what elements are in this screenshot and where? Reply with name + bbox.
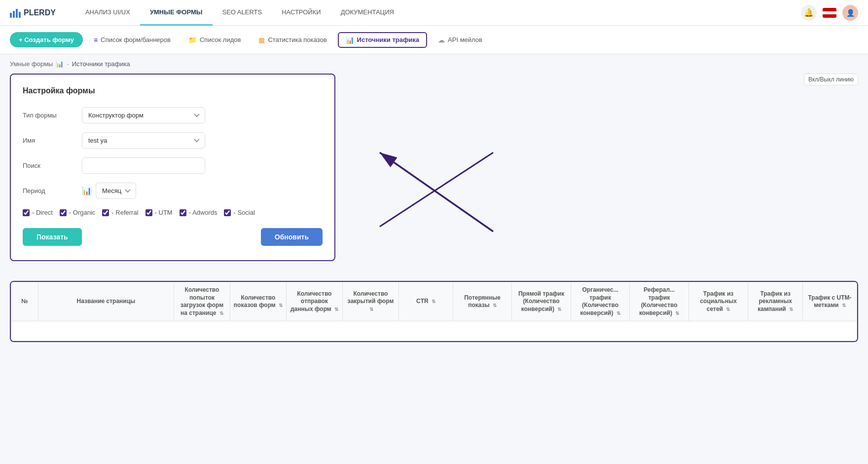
top-nav: АНАЛИЗ UI/UX УМНЫЕ ФОРМЫ SEO ALERTS НАСТ… xyxy=(75,0,801,26)
logo-bar-2 xyxy=(13,11,15,18)
checkbox-social-label: - Social xyxy=(233,209,254,216)
table-section: № Название страницы Количество попыток з… xyxy=(10,281,858,342)
logo-bar-4 xyxy=(19,12,21,18)
checkbox-referral-label: - Referral xyxy=(111,209,138,216)
cloud-icon: ☁ xyxy=(438,36,445,44)
sort-icon-ctr[interactable]: ⇅ xyxy=(432,298,435,305)
th-organic-traffic: Органичес... трафик (Количество конверси… xyxy=(571,282,630,321)
subnav-api[interactable]: ☁ API мейлов xyxy=(431,33,489,47)
checkbox-referral[interactable]: - Referral xyxy=(102,209,138,216)
form-settings-panel: Настройка формы Тип формы Конструктор фо… xyxy=(10,74,335,261)
sort-icon-ad[interactable]: ⇅ xyxy=(789,306,793,312)
checkbox-social-input[interactable] xyxy=(224,209,231,216)
period-field: Период 📊 Месяц xyxy=(23,183,323,199)
th-referral-traffic: Реферал... трафик (Количество конверсий)… xyxy=(630,282,689,321)
buttons-row: Показать Обновить xyxy=(23,228,323,246)
logo-text: PLERDY xyxy=(24,8,56,17)
data-table: № Название страницы Количество попыток з… xyxy=(11,282,857,341)
subnav-traffic[interactable]: 📊 Источники трафика xyxy=(338,32,428,48)
th-page-name: Название страницы xyxy=(38,282,174,321)
subnav-api-label: API мейлов xyxy=(448,36,482,43)
top-right: 🔔 👤 xyxy=(801,5,858,21)
checkbox-adwords-label: - Adwords xyxy=(189,209,217,216)
top-bar: PLERDY АНАЛИЗ UI/UX УМНЫЕ ФОРМЫ SEO ALER… xyxy=(0,0,868,26)
logo-bar-3 xyxy=(16,9,18,18)
sort-icon-utm[interactable]: ⇅ xyxy=(842,302,846,309)
breadcrumb-separator: - xyxy=(67,60,69,68)
name-field: Имя test ya xyxy=(23,132,323,149)
period-chart-icon: 📊 xyxy=(82,186,92,195)
checkbox-social[interactable]: - Social xyxy=(224,209,254,216)
search-label: Поиск xyxy=(23,162,82,169)
checkbox-organic-input[interactable] xyxy=(60,209,67,216)
th-lost: Потерянные показы ⇅ xyxy=(453,282,511,321)
user-avatar[interactable]: 👤 xyxy=(842,5,858,21)
sort-icon-direct[interactable]: ⇅ xyxy=(557,306,561,312)
name-select[interactable]: test ya xyxy=(82,132,205,149)
sort-icon-referral[interactable]: ⇅ xyxy=(675,310,679,316)
breadcrumb-home[interactable]: Умные формы xyxy=(10,60,53,68)
nav-analysis[interactable]: АНАЛИЗ UI/UX xyxy=(75,0,140,26)
sort-icon-lost[interactable]: ⇅ xyxy=(493,302,497,309)
chart-area xyxy=(345,74,858,261)
show-button[interactable]: Показать xyxy=(23,228,82,246)
checkbox-referral-input[interactable] xyxy=(102,209,109,216)
folder-icon: 📁 xyxy=(188,36,197,44)
th-data-sends: Количество отправок данных форм ⇅ xyxy=(286,282,342,321)
nav-smart-forms[interactable]: УМНЫЕ ФОРМЫ xyxy=(140,0,213,26)
update-button[interactable]: Обновить xyxy=(261,228,323,246)
sort-icon-loads[interactable]: ⇅ xyxy=(219,310,223,316)
subnav-forms-list[interactable]: ≡ Список форм/баннеров xyxy=(87,33,178,47)
table-body xyxy=(11,321,857,341)
bars-icon: 📊 xyxy=(346,36,354,44)
th-closed-forms: Количество закрытий форм ⇅ xyxy=(342,282,398,321)
checkbox-utm-input[interactable] xyxy=(145,209,152,216)
checkbox-adwords[interactable]: - Adwords xyxy=(180,209,217,216)
subnav-leads-list[interactable]: 📁 Список лидов xyxy=(181,33,248,47)
checkbox-adwords-input[interactable] xyxy=(180,209,186,216)
create-form-button[interactable]: + Создать форму xyxy=(10,32,83,47)
sort-icon-closed[interactable]: ⇅ xyxy=(369,306,373,312)
checkbox-direct-input[interactable] xyxy=(23,209,30,216)
form-type-select[interactable]: Конструктор форм xyxy=(82,107,205,123)
checkboxes-row: - Direct - Organic - Referral - UTM - Ad… xyxy=(23,209,323,216)
checkbox-direct-label: - Direct xyxy=(32,209,53,216)
period-select[interactable]: Месяц xyxy=(96,183,136,199)
logo-bar-1 xyxy=(10,13,12,18)
checkbox-utm-label: - UTM xyxy=(155,209,173,216)
sort-icon-social[interactable]: ⇅ xyxy=(726,306,730,312)
subnav-stats-label: Статистика показов xyxy=(268,36,326,43)
notification-button[interactable]: 🔔 xyxy=(801,5,817,21)
checkbox-direct[interactable]: - Direct xyxy=(23,209,53,216)
table-row-empty xyxy=(11,321,857,341)
name-label: Имя xyxy=(23,137,82,144)
th-social-traffic: Трафик из социальных сетей ⇅ xyxy=(688,282,748,321)
subnav-stats[interactable]: ▦ Статистика показов xyxy=(252,33,333,47)
table-wrapper: № Название страницы Количество попыток з… xyxy=(0,281,868,352)
th-direct-traffic: Прямой трафик (Количество конверсий) ⇅ xyxy=(512,282,571,321)
nav-seo-alerts[interactable]: SEO ALERTS xyxy=(213,0,272,26)
breadcrumb-chart-icon: 📊 xyxy=(56,60,64,68)
main-content: Настройка формы Тип формы Конструктор фо… xyxy=(0,74,868,271)
logo-icon xyxy=(10,8,21,18)
subnav-leads-list-label: Список лидов xyxy=(200,36,241,43)
checkbox-organic[interactable]: - Organic xyxy=(60,209,95,216)
nav-settings[interactable]: НАСТРОЙКИ xyxy=(272,0,330,26)
list-icon: ≡ xyxy=(94,36,98,44)
grid-icon: ▦ xyxy=(258,36,265,44)
period-field-inner: 📊 Месяц xyxy=(82,183,136,199)
sort-icon-organic[interactable]: ⇅ xyxy=(616,310,620,316)
sort-icon-shows[interactable]: ⇅ xyxy=(279,302,283,309)
th-ctr: CTR ⇅ xyxy=(399,282,453,321)
search-field: Поиск xyxy=(23,157,323,174)
checkbox-organic-label: - Organic xyxy=(69,209,95,216)
th-num: № xyxy=(11,282,38,321)
search-input[interactable] xyxy=(82,157,205,174)
language-flag[interactable] xyxy=(823,8,836,18)
sub-nav: + Создать форму ≡ Список форм/баннеров 📁… xyxy=(0,26,868,54)
nav-docs[interactable]: ДОКУМЕНТАЦИЯ xyxy=(331,0,404,26)
form-type-label: Тип формы xyxy=(23,112,82,119)
th-ad-traffic: Трафик из рекламных кампаний ⇅ xyxy=(748,282,803,321)
checkbox-utm[interactable]: - UTM xyxy=(145,209,173,216)
sort-icon-sends[interactable]: ⇅ xyxy=(334,306,338,312)
